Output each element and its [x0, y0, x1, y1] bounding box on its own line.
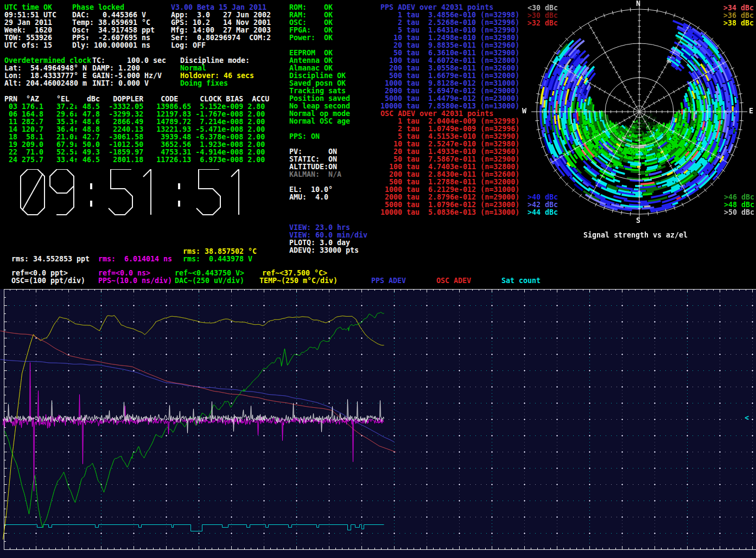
loop-params-line-1: DAMP: 1.200	[92, 65, 140, 72]
utc-status-line-3: Week: 1620	[4, 27, 52, 34]
view-settings-line-1: VIEW: 60.0 min/div	[289, 232, 367, 239]
scale-temp: TEMP~(250 m°C/div)	[259, 277, 338, 285]
position-info-line-3: Alt: 204.46002480 m	[4, 80, 87, 87]
adev-osc-row-200: 200 tau 2.8430e-011 (n=32600)	[380, 171, 519, 178]
version-info-line-0: V3.00 Beta 15 Jan 2011	[171, 4, 266, 11]
sky-map-grid	[525, 0, 756, 229]
version-info-line-2: GPS: 10.2 14 Nov 2001	[171, 19, 271, 27]
scale-pps: PPS~(10.0 ns/div)	[98, 277, 172, 285]
sat-table-row-11: 11 282.7 35.3↑ 48.6 2866.49 14789.72 7.2…	[4, 118, 265, 126]
loop-params-line-0: TC: 100.0 sec	[92, 57, 166, 65]
rms-pps: rms: 6.014014 ns	[98, 255, 172, 263]
health-status-line-3: Discipline OK	[289, 72, 346, 80]
adev-osc-row-2000: 2000 tau 2.8796e-012 (n=29000)	[380, 194, 519, 201]
adev-pps-row-20: 20 tau 9.8835e-011 (n=32960)	[380, 42, 519, 49]
health-status-line-1: Antenna OK	[289, 57, 333, 65]
adev-pps-title: PPS ADEV over 42031 points	[380, 4, 493, 11]
fix-modes-line-3: KALMAN: N/A	[289, 171, 341, 178]
version-info-line-4: Ser: 0.80296974 COM:2	[171, 34, 271, 42]
legend-gt36: >36 dBc	[723, 12, 754, 20]
health-status-line-6: Position saved	[289, 95, 350, 102]
adev-pps-row-2000: 2000 tau 5.6947e-012 (n=29000)	[380, 87, 519, 95]
adev-pps-row-1: 1 tau 3.4856e-010 (n=32998)	[380, 11, 519, 19]
adev-pps-row-2: 2 tau 2.5268e-010 (n=32996)	[380, 19, 519, 27]
lady-heather-screen: UTC time OK09:51:51 UTC29 Jan 2011Week: …	[0, 0, 756, 558]
legend-gt42: >42 dBc	[528, 201, 558, 209]
legend-lt30: <30 dBc	[528, 4, 558, 12]
utc-status-line-0: UTC time OK	[4, 4, 52, 11]
digital-clock	[0, 169, 255, 221]
adev-osc-row-20: 20 tau 1.4933e-010 (n=32960)	[380, 148, 519, 156]
adev-pps-row-1000: 1000 tau 9.8128e-012 (n=31000)	[380, 80, 519, 87]
adev-osc-row-100: 100 tau 4.7403e-011 (n=32800)	[380, 163, 519, 171]
oscillator-status-line-3: Osc↑ 34.917458 ppt	[72, 27, 155, 34]
legend-gt46: >46 dBc	[724, 194, 754, 201]
legend-gt32: >32 dBc	[528, 20, 558, 27]
center-line-marker: <	[745, 414, 749, 422]
health-status-line-2: Almanac OK	[289, 65, 333, 72]
compass-s: S	[636, 217, 640, 225]
adev-pps-row-100: 100 tau 4.6072e-011 (n=32800)	[380, 57, 519, 65]
loop-params-line-3: INIT: 0.000 V	[92, 80, 149, 87]
compass-e: E	[749, 107, 753, 115]
fix-modes-line-2: ALTITUDE:ON	[289, 163, 337, 171]
adev-pps-row-10000: 10000 tau 7.8580e-013 (n=13000)	[380, 102, 519, 110]
adev-pps-row-5000: 5000 tau 1.4479e-012 (n=23000)	[380, 95, 519, 102]
compass-w: W	[522, 107, 526, 115]
adev-osc-row-50: 50 tau 7.5867e-011 (n=32900)	[380, 156, 519, 163]
sat-table-header: PRN °AZ °EL dBc DOPPLER CODE CLOCK BIAS …	[4, 95, 269, 103]
health-status-line-5: Tracking sats	[289, 87, 346, 95]
graph-title-osc-adev: OSC ADEV	[436, 277, 471, 285]
position-info-line-0: Overdetermined clock	[4, 57, 91, 65]
oscillator-status-line-1: DAC: 0.445366 V	[72, 11, 146, 19]
adev-osc-title: OSC ADEV over 42031 points	[380, 110, 493, 118]
legend-gt30: >30 dBc	[528, 12, 558, 20]
legend-gt38: >38 dBc	[723, 20, 754, 27]
discipline-mode-line-0: Discipline mode:	[180, 57, 250, 65]
version-info-line-5: Log: OFF	[171, 42, 206, 49]
view-settings-line-3: ADEVQ: 33000 pts	[289, 247, 359, 254]
adev-osc-row-1: 1 tau 2.0404e-009 (n=32998)	[380, 118, 519, 125]
oscillator-status-line-0: Phase locked	[72, 4, 124, 11]
position-info-line-1: Lat: 54.4964948° N	[4, 65, 87, 72]
self-tests-line-4: Power: OK	[289, 34, 333, 42]
legend-gt40: >40 dBc	[528, 194, 558, 201]
ref-pps: ref=<0.0 ns>	[98, 270, 150, 277]
compass-n: N	[636, 0, 640, 8]
rms-temp: rms: 38.857502 °C	[183, 248, 257, 255]
self-tests-line-1: RAM: OK	[289, 11, 333, 19]
adev-osc-row-1000: 1000 tau 6.2129e-012 (n=31000)	[380, 186, 519, 194]
legend-gt48: >48 dBc	[724, 201, 754, 209]
adev-osc-row-10000: 10000 tau 5.0836e-013 (n=13000)	[380, 209, 519, 216]
legend-gt34: >34 dBc	[723, 4, 754, 12]
rms-dac: rms: 0.443978 V	[183, 255, 252, 263]
health-status-line-8: Normal op mode	[289, 110, 350, 118]
pps-status-line-0: PPS: ON	[289, 133, 320, 140]
view-settings-line-0: VIEW: 23.0 hrs	[289, 224, 350, 232]
oscillator-status-line-4: PPS↑ -2.607695 ns	[72, 34, 150, 42]
legend-gt44: >44 dBc	[528, 209, 558, 216]
health-status-line-7: No leap second	[289, 102, 350, 110]
mask-settings-line-1: AMU: 4.0	[289, 194, 328, 201]
scale-dac: DAC~(250 uV/div)	[175, 277, 244, 285]
scale-osc: OSC=(100 ppt/div)	[11, 277, 85, 285]
legend-gt50: >50 dBc	[724, 209, 754, 216]
adev-osc-row-5000: 5000 tau 1.0796e-012 (n=23000)	[380, 201, 519, 209]
position-info-line-2: Lon: 18.4333777° E	[4, 72, 87, 80]
version-info-line-1: App: 3.0 27 Jun 2002	[171, 11, 271, 19]
discipline-mode-line-1: Normal	[180, 65, 206, 72]
adev-pps-row-200: 200 tau 3.0558e-011 (n=32600)	[380, 65, 519, 72]
self-tests-line-0: ROM: OK	[289, 4, 333, 11]
health-status-line-4: Saved posn OK	[289, 80, 346, 87]
adev-osc-row-5: 5 tau 4.5153e-010 (n=32990)	[380, 133, 519, 140]
sat-table-row-22: 22 71.0 52.5↓ 49.3 -1859.97 4753.31 -4.9…	[4, 149, 265, 156]
sat-table-row-03: 03 176.1 37.2↓ 48.5 -3332.05 13986.65 5.…	[4, 103, 265, 111]
ref-temp: ref~<37.500 °C>	[262, 270, 327, 277]
sky-map-caption: Signal strength vs az/el	[583, 232, 688, 239]
adev-pps-row-500: 500 tau 1.6679e-011 (n=32000)	[380, 72, 519, 80]
fix-modes-line-0: PV: ON	[289, 148, 337, 156]
sat-table-row-19: 19 209.0 67.9↓ 50.0 -1012.50 3652.56 1.9…	[4, 141, 265, 149]
graph-title-pps-adev: PPS ADEV	[371, 277, 406, 285]
ref-osc: ref=<0.0 ppt>	[11, 270, 68, 277]
oscillator-status-line-5: Dly: 100.000001 ns	[72, 42, 150, 49]
